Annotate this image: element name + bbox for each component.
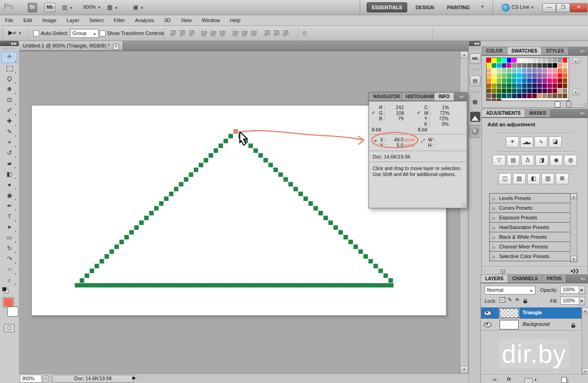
swatch-23[interactable] [522,63,527,68]
swatch-106[interactable] [537,88,542,93]
rectangular-marquee-tool[interactable] [2,63,17,74]
swatch-120[interactable] [527,94,532,98]
scroll-up-arrow[interactable]: ▲ [460,51,468,59]
adjustments-menu-icon[interactable]: ▾≡ [580,111,585,116]
blend-mode-dropdown[interactable]: Normal▼ [485,286,535,295]
swatch-19[interactable] [502,63,506,68]
menu-layer[interactable]: Layer [61,15,84,25]
pen-tool[interactable]: ✒ [2,201,17,212]
swatch-91[interactable] [542,83,547,88]
link-layers-icon[interactable]: ∞ [493,377,497,382]
swatch-59[interactable] [542,73,547,78]
dist-bottom-icon[interactable] [251,30,258,36]
zoom-level-control[interactable]: 900% ▼ [83,4,101,10]
document-tab[interactable]: Untitled-1 @ 900% (Triangle, RGB/8) *✕ [19,41,123,50]
preset-curves-presets[interactable]: ▷Curves Presets [490,203,570,213]
blur-tool[interactable]: ● [2,180,17,190]
workspace-overflow-button[interactable]: » [481,3,484,9]
swatch-61[interactable] [552,73,557,78]
screen-mode-icon[interactable]: ▣ ▼ [133,3,144,13]
default-colors-icon[interactable] [2,287,9,293]
workspace-tab-painting[interactable]: PAINTING [442,3,474,12]
swatch-82[interactable] [497,83,501,88]
swatch-31[interactable] [563,63,567,68]
quick-selection-tool[interactable]: ❋ [2,84,17,95]
bridge-button[interactable]: Br [28,3,37,12]
align-bottom-icon[interactable] [188,30,196,36]
clip-to-layer-icon[interactable]: ●❯❯ [570,268,578,273]
swatch-41[interactable] [532,68,537,73]
tab-paths[interactable]: PATHS [542,275,566,283]
layer-name[interactable]: Triangle [523,310,542,315]
swatch-74[interactable] [537,78,542,83]
layers-scrollbar[interactable]: ▲ ▼ [582,307,588,374]
swatch-18[interactable] [497,63,501,68]
move-tool-options-icon[interactable]: ▶✛ ▼ [8,29,22,36]
new-adjustment-layer-icon[interactable]: ◐ [535,377,538,382]
swatch-29[interactable] [552,63,557,68]
mini-bridge-button[interactable]: Mb [44,3,55,12]
preset-channel-mixer-presets[interactable]: ▷Channel Mixer Presets [490,242,570,252]
align-right-icon[interactable] [220,30,227,36]
swatch-114[interactable] [497,94,501,98]
exposure-adjustment-icon[interactable]: ◪ [549,136,562,147]
swatch-85[interactable] [512,83,517,88]
swatch-58[interactable] [537,73,542,78]
swatch-9[interactable] [532,58,537,63]
swatch-127[interactable] [563,94,567,98]
hand-tool[interactable]: ☜ [2,265,17,275]
layer-row-background[interactable]: Background [481,319,582,330]
quick-mask-button[interactable]: ◯ [4,324,15,332]
swatch-43[interactable] [542,68,547,73]
layers-scroll-down[interactable]: ▼ [582,368,588,374]
lasso-tool[interactable]: Ϙ [2,74,17,84]
swatch-12[interactable] [547,58,552,63]
dodge-tool[interactable]: ◉ [2,190,17,201]
background-color-swatch[interactable] [7,306,18,317]
navigator-panel-icon[interactable]: ☸ [470,98,480,107]
presets-scroll-up[interactable]: ▲ [570,194,577,200]
auto-align-layers-icon[interactable]: ⧉ [303,29,307,37]
info-panel-menu-icon[interactable]: ▾≡ [459,94,464,99]
swatch-69[interactable] [512,78,517,83]
dist-right-icon[interactable] [282,30,290,36]
swatch-44[interactable] [547,68,552,73]
black-white-adjustment-icon[interactable]: ◨ [535,155,548,166]
swatch-54[interactable] [517,73,522,78]
swatch-8[interactable] [527,58,532,63]
swatch-46[interactable] [558,68,562,73]
swatch-109[interactable] [552,88,557,93]
menu-analysis[interactable]: Analysis [130,15,159,25]
eraser-tool[interactable]: ▰ [2,159,17,169]
preset-levels-presets[interactable]: ▷Levels Presets [490,194,570,203]
tab-navigator[interactable]: NAVIGATOR [369,93,402,100]
swatch-86[interactable] [517,83,522,88]
info-panel-resize-grip[interactable] [462,203,466,207]
cs-live-button[interactable]: CS Live ▼ [511,4,535,10]
orbit-3d-tool[interactable]: ↷ [2,254,17,265]
swatch-116[interactable] [507,94,511,98]
swatch-45[interactable] [552,68,557,73]
info-panel-icon[interactable]: i [469,125,481,138]
swatch-103[interactable] [522,88,527,93]
swatch-78[interactable] [558,78,562,83]
swatch-81[interactable] [492,83,496,88]
dist-top-icon[interactable] [232,30,240,36]
layer-visibility-icon[interactable] [484,311,492,316]
scroll-down-arrow[interactable]: ▼ [460,366,468,373]
gradient-map-adjustment-icon[interactable]: ▥ [541,173,554,184]
threshold-adjustment-icon[interactable]: ◧ [527,173,540,184]
swatch-47[interactable] [563,68,567,73]
swatch-15[interactable] [563,58,567,63]
swatch-22[interactable] [517,63,522,68]
dist-left-icon[interactable] [264,30,271,36]
menu-filter[interactable]: Filter [108,15,130,25]
minimize-button[interactable]: — [542,3,556,12]
swatch-113[interactable] [492,94,496,98]
gradient-tool[interactable]: ◧ [2,169,17,180]
swatch-60[interactable] [547,73,552,78]
menu-select[interactable]: Select [84,15,109,25]
swatch-4[interactable] [507,58,511,63]
swatch-66[interactable] [497,78,501,83]
swatch-110[interactable] [558,88,562,93]
